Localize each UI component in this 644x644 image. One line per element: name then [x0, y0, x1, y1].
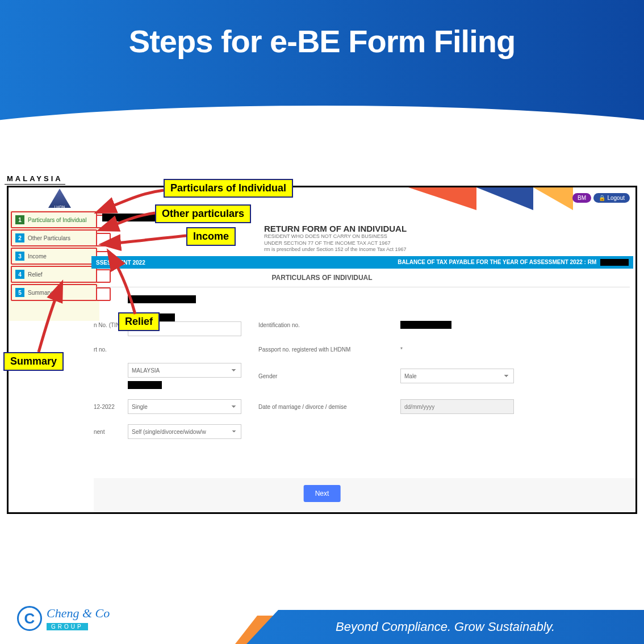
balance-label: BALANCE OF TAX PAYABLE FOR THE YEAR OF A…	[398, 259, 596, 265]
redacted-value	[400, 321, 451, 329]
sidebar-item-other[interactable]: 2 Other Particulars	[11, 229, 97, 246]
callout-income: Income	[186, 227, 236, 246]
step-number: 2	[15, 233, 24, 242]
status-bar: SSESSMENT 2022 BALANCE OF TAX PAYABLE FO…	[91, 256, 633, 269]
screenshot-area: MALAYSIA BM 🔒Logout 1 Particulars of Ind…	[5, 173, 639, 548]
logout-button[interactable]: 🔒Logout	[593, 193, 630, 203]
logo-mark: C	[17, 606, 42, 631]
sidebar-item-summary[interactable]: 5 Summary	[11, 284, 97, 301]
decor-triangle	[476, 187, 533, 210]
field-label-id: Identification no.	[258, 322, 400, 328]
sidebar-item-label: Particulars of Individual	[28, 217, 86, 223]
callout-relief: Relief	[118, 312, 160, 331]
step-number: 5	[15, 288, 24, 297]
app-window: BM 🔒Logout 1 Particulars of Individual 2…	[7, 186, 637, 514]
marriage-date-input[interactable]	[400, 399, 514, 414]
form-subtitle: UNDER SECTION 77 OF THE INCOME TAX ACT 1…	[264, 240, 630, 247]
field-label-passport: rt no.	[94, 346, 128, 353]
redacted-value	[128, 381, 162, 389]
header-banner: Steps for e-BE Form Filing	[0, 0, 644, 145]
status-right: BALANCE OF TAX PAYABLE FOR THE YEAR OF A…	[398, 259, 629, 266]
footer: C Cheng & Co GROUP Beyond Compliance. Gr…	[0, 593, 644, 644]
country-tag: MALAYSIA	[5, 173, 65, 185]
form-footer	[94, 478, 635, 512]
status-left: SSESSMENT 2022	[96, 260, 145, 266]
field-label-gender: Gender	[258, 373, 400, 379]
next-button[interactable]: Next	[304, 485, 341, 502]
sidebar-item-particulars[interactable]: 1 Particulars of Individual	[11, 211, 97, 228]
form-subtitle: RESIDENT WHO DOES NOT CARRY ON BUSINESS	[264, 233, 630, 240]
marital-status-select[interactable]: Single	[128, 399, 241, 414]
form-title: RETURN FORM OF AN INDIVIDUAL	[264, 224, 630, 233]
gender-select[interactable]: Male	[400, 369, 514, 383]
sidebar-item-income[interactable]: 3 Income	[11, 248, 97, 265]
form-body: n No. (TIN) IG Identification no. rt no.…	[94, 295, 630, 449]
callout-particulars: Particulars of Individual	[164, 179, 293, 198]
country-select[interactable]: MALAYSIA	[128, 363, 241, 378]
decor-triangle	[533, 187, 573, 210]
header-curve	[0, 106, 644, 145]
section-heading: PARTICULARS OF INDIVIDUAL	[9, 274, 635, 282]
field-label-type: nent	[94, 429, 128, 435]
decor-triangle	[408, 187, 476, 210]
assessment-type-select[interactable]: Self (single/divorcee/widow/w	[128, 424, 241, 439]
sidebar-item-label: Other Particulars	[28, 235, 70, 241]
sidebar-item-label: Summary	[28, 290, 52, 296]
field-label-status-date: 12-2022	[94, 404, 128, 410]
step-number: 3	[15, 252, 24, 261]
logout-label: Logout	[607, 195, 625, 201]
sidebar-item-label: Income	[28, 253, 47, 260]
form-subtitle: rm is prescribed under Section 152 of th…	[264, 246, 630, 253]
page-title: Steps for e-BE Form Filing	[129, 23, 515, 60]
footer-tagline: Beyond Compliance. Grow Sustainably.	[336, 620, 555, 634]
redacted-amount	[600, 259, 629, 266]
callout-other: Other particulars	[155, 204, 251, 223]
lhdn-logo	[48, 189, 71, 208]
footer-logo: C Cheng & Co GROUP	[17, 606, 110, 631]
footer-band: Beyond Compliance. Grow Sustainably.	[246, 610, 644, 644]
form-title-block: RETURN FORM OF AN INDIVIDUAL RESIDENT WH…	[264, 224, 630, 253]
language-button[interactable]: BM	[572, 193, 591, 203]
divider	[97, 287, 630, 287]
redacted-value	[128, 295, 196, 303]
callout-summary: Summary	[3, 352, 64, 371]
lock-icon: 🔒	[599, 195, 605, 201]
app-topbar: BM 🔒Logout	[9, 187, 635, 210]
field-label-marriage-date: Date of marriage / divorce / demise	[258, 404, 400, 410]
step-number: 1	[15, 215, 24, 224]
sidebar: 1 Particulars of Individual 2 Other Part…	[9, 210, 99, 321]
brand-sub: GROUP	[47, 623, 88, 630]
field-value: *	[400, 346, 630, 353]
brand-name: Cheng & Co	[47, 606, 110, 621]
field-label-passport-reg: Passport no. registered with LHDNM	[258, 346, 400, 353]
